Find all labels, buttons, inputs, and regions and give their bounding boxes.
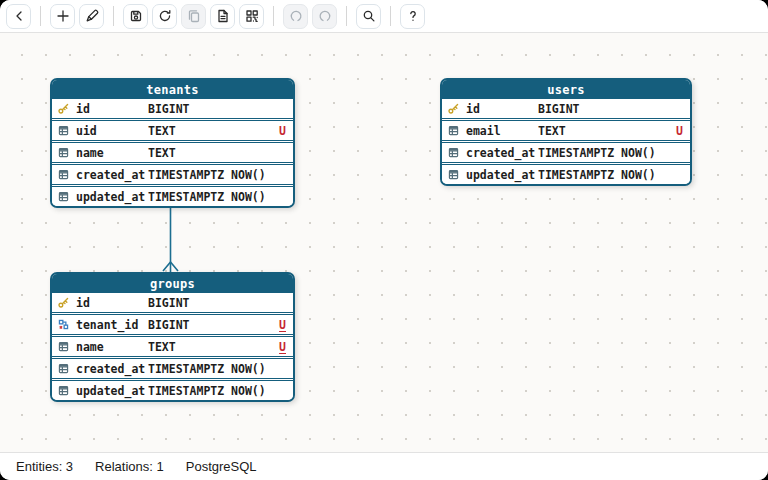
column-icon — [447, 146, 461, 159]
field-type: TIMESTAMPTZ NOW() — [148, 190, 286, 204]
field-type: TIMESTAMPTZ NOW() — [538, 168, 683, 182]
column-icon — [57, 384, 71, 397]
unique-badge: U — [279, 124, 286, 138]
entity-title: users — [547, 83, 585, 97]
field-name: created_at — [76, 168, 148, 182]
grid-view-button[interactable] — [239, 4, 264, 29]
column-icon — [57, 190, 71, 203]
database-dialect: PostgreSQL — [186, 459, 257, 474]
field-row-name[interactable]: nameTEXTU — [52, 334, 293, 356]
refresh-button[interactable] — [152, 4, 177, 29]
field-row-created_at[interactable]: created_atTIMESTAMPTZ NOW() — [52, 162, 293, 184]
chevron-left-icon — [11, 8, 27, 24]
entity-tenants[interactable]: tenantsidBIGINTuidTEXTUnameTEXTcreated_a… — [50, 78, 295, 208]
field-name: name — [76, 340, 148, 354]
field-type: TIMESTAMPTZ NOW() — [148, 384, 286, 398]
column-icon — [447, 168, 461, 181]
field-name: email — [466, 124, 538, 138]
back-button[interactable] — [6, 4, 31, 29]
field-name: name — [76, 146, 148, 160]
entity-users[interactable]: usersidBIGINTemailTEXTUcreated_atTIMESTA… — [440, 78, 692, 186]
toolbar-divider — [40, 6, 41, 26]
entity-header[interactable]: groups — [52, 274, 293, 293]
entity-groups[interactable]: groupsidBIGINTtenant_idBIGINTUnameTEXTUc… — [50, 272, 295, 402]
toolbar — [0, 0, 768, 33]
redo-icon — [317, 8, 333, 24]
field-name: updated_at — [466, 168, 538, 182]
refresh-icon — [157, 8, 173, 24]
undo-button — [283, 4, 308, 29]
field-name: id — [76, 102, 148, 116]
unique-badge: U — [279, 318, 286, 332]
field-name: created_at — [76, 362, 148, 376]
diagram-canvas[interactable]: tenantsidBIGINTuidTEXTUnameTEXTcreated_a… — [0, 33, 768, 452]
field-row-name[interactable]: nameTEXT — [52, 140, 293, 162]
field-name: updated_at — [76, 384, 148, 398]
column-icon — [57, 146, 71, 159]
toolbar-divider — [346, 6, 347, 26]
field-row-updated_at[interactable]: updated_atTIMESTAMPTZ NOW() — [442, 162, 690, 184]
entity-header[interactable]: users — [442, 80, 690, 99]
field-row-id[interactable]: idBIGINT — [52, 293, 293, 312]
entity-header[interactable]: tenants — [52, 80, 293, 99]
primary-key-icon — [57, 102, 71, 115]
save-icon — [128, 8, 144, 24]
column-icon — [57, 168, 71, 181]
unique-badge: U — [676, 124, 683, 138]
field-row-tenant_id[interactable]: tenant_idBIGINTU — [52, 312, 293, 334]
toolbar-divider — [390, 6, 391, 26]
help-button[interactable] — [400, 4, 425, 29]
column-icon — [57, 340, 71, 353]
search-button[interactable] — [356, 4, 381, 29]
field-type: BIGINT — [538, 102, 683, 116]
field-row-created_at[interactable]: created_atTIMESTAMPTZ NOW() — [442, 140, 690, 162]
primary-key-icon — [57, 296, 71, 309]
qr-grid-icon — [244, 8, 260, 24]
field-name: id — [466, 102, 538, 116]
field-row-id[interactable]: idBIGINT — [52, 99, 293, 118]
field-type: TEXT — [148, 340, 279, 354]
relations-count: Relations: 1 — [95, 459, 164, 474]
field-row-email[interactable]: emailTEXTU — [442, 118, 690, 140]
field-type: TIMESTAMPTZ NOW() — [148, 362, 286, 376]
help-icon — [405, 8, 421, 24]
export-button[interactable] — [210, 4, 235, 29]
column-icon — [57, 362, 71, 375]
field-type: TEXT — [538, 124, 676, 138]
field-row-uid[interactable]: uidTEXTU — [52, 118, 293, 140]
undo-icon — [288, 8, 304, 24]
pen-icon — [84, 8, 100, 24]
redo-button — [312, 4, 337, 29]
toolbar-divider — [113, 6, 114, 26]
column-icon — [447, 124, 461, 137]
field-row-updated_at[interactable]: updated_atTIMESTAMPTZ NOW() — [52, 184, 293, 206]
field-name: tenant_id — [76, 318, 148, 332]
add-table-button[interactable] — [50, 4, 75, 29]
field-type: TIMESTAMPTZ NOW() — [148, 168, 286, 182]
column-icon — [57, 124, 71, 137]
field-type: BIGINT — [148, 296, 286, 310]
entity-title: tenants — [146, 83, 199, 97]
field-name: id — [76, 296, 148, 310]
field-row-id[interactable]: idBIGINT — [442, 99, 690, 118]
field-name: created_at — [466, 146, 538, 160]
field-type: TEXT — [148, 124, 279, 138]
file-text-icon — [215, 8, 231, 24]
save-button[interactable] — [123, 4, 148, 29]
entity-title: groups — [150, 277, 195, 291]
field-type: TEXT — [148, 146, 286, 160]
field-row-updated_at[interactable]: updated_atTIMESTAMPTZ NOW() — [52, 378, 293, 400]
plus-icon — [55, 8, 71, 24]
status-bar: Entities: 3 Relations: 1 PostgreSQL — [0, 452, 768, 480]
field-row-created_at[interactable]: created_atTIMESTAMPTZ NOW() — [52, 356, 293, 378]
relation-tenants-groups — [162, 198, 179, 272]
foreign-key-icon — [57, 318, 71, 331]
copy-icon — [186, 8, 202, 24]
field-type: TIMESTAMPTZ NOW() — [538, 146, 683, 160]
field-type: BIGINT — [148, 102, 286, 116]
entities-count: Entities: 3 — [16, 459, 73, 474]
toolbar-divider — [273, 6, 274, 26]
primary-key-icon — [447, 102, 461, 115]
edit-button[interactable] — [79, 4, 104, 29]
field-type: BIGINT — [148, 318, 279, 332]
